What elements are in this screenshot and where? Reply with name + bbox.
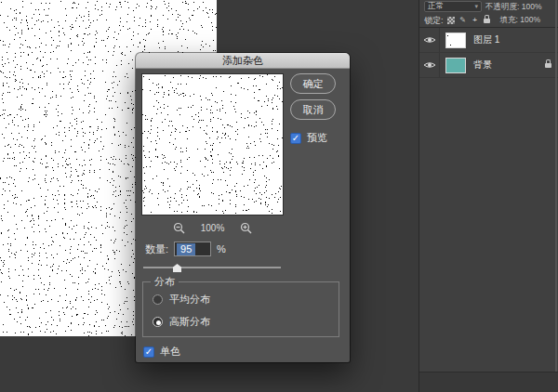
zoom-controls: 100% <box>141 220 284 235</box>
amount-slider-track[interactable] <box>143 267 281 268</box>
amount-input[interactable]: 95 <box>174 242 211 256</box>
layer-name[interactable]: 图层 1 <box>473 33 558 46</box>
blend-mode-value: 正常 <box>428 1 444 12</box>
ok-button[interactable]: 确定 <box>290 73 336 94</box>
preview-noise-image <box>142 74 283 215</box>
noise-preview[interactable] <box>141 73 284 216</box>
monochromatic-label: 单色 <box>160 345 180 359</box>
layer-name[interactable]: 背景 <box>473 59 545 72</box>
amount-unit: % <box>217 243 226 255</box>
distribution-group: 平均分布 高斯分布 <box>142 281 339 337</box>
amount-value: 95 <box>177 243 195 255</box>
fill-control[interactable]: 填充: 100% <box>500 15 541 26</box>
radio-selected-icon[interactable] <box>153 317 163 327</box>
amount-row: 数量: 95 % <box>145 242 226 256</box>
uniform-option[interactable]: 平均分布 <box>153 293 210 307</box>
layer-row-1[interactable]: 图层 1 <box>419 28 558 52</box>
lock-transparency-icon[interactable] <box>446 16 456 25</box>
fill-value: 100% <box>520 15 540 24</box>
cancel-button[interactable]: 取消 <box>290 99 336 120</box>
opacity-label: 不透明度: <box>485 2 519 11</box>
layer-thumbnail[interactable] <box>445 33 466 48</box>
add-noise-dialog: 添加杂色 100% 数量: 95 % <box>136 53 350 362</box>
radio-unselected-icon[interactable] <box>153 294 163 305</box>
layer-row-background[interactable]: 背景 <box>419 53 558 77</box>
panel-scrollbar[interactable] <box>555 0 557 372</box>
lock-row-label: 锁定: <box>424 15 444 27</box>
layer-lock-icon <box>545 60 551 70</box>
dialog-titlebar[interactable]: 添加杂色 <box>136 53 350 69</box>
zoom-in-icon <box>240 222 252 234</box>
opacity-value: 100% <box>522 2 542 11</box>
blend-mode-select[interactable]: 正常 ▾ <box>424 1 482 12</box>
ok-button-label: 确定 <box>303 77 324 91</box>
lock-icons: ✎ + <box>446 16 492 25</box>
zoom-level: 100% <box>201 223 225 233</box>
layers-lock-row: 锁定: ✎ + 填充: 100% <box>419 14 558 27</box>
eye-icon <box>423 60 436 70</box>
amount-slider-thumb[interactable] <box>173 264 181 272</box>
monochromatic-checkbox[interactable]: ✓ 单色 <box>143 345 180 359</box>
checkbox-checked-icon[interactable]: ✓ <box>143 346 154 358</box>
dialog-title: 添加杂色 <box>222 54 263 68</box>
lock-pixels-icon[interactable]: ✎ <box>458 16 468 25</box>
gaussian-label: 高斯分布 <box>169 315 210 329</box>
eye-icon <box>423 35 436 45</box>
lock-all-icon[interactable] <box>483 16 492 25</box>
zoom-out-button[interactable] <box>173 221 186 234</box>
lock-position-icon[interactable]: + <box>471 16 480 25</box>
chevron-down-icon: ▾ <box>474 3 478 10</box>
layer-thumbnail[interactable] <box>445 58 466 73</box>
uniform-label: 平均分布 <box>169 293 210 307</box>
noise-thumbnail-image <box>446 33 465 47</box>
visibility-toggle[interactable] <box>419 53 440 77</box>
gaussian-option[interactable]: 高斯分布 <box>153 315 210 329</box>
preview-label: 预览 <box>307 131 327 145</box>
visibility-toggle[interactable] <box>419 28 440 52</box>
row-divider <box>419 77 558 78</box>
zoom-in-button[interactable] <box>239 221 252 234</box>
opacity-control[interactable]: 不透明度: 100% <box>485 2 542 13</box>
distribution-label: 分布 <box>151 275 179 289</box>
panel-footer <box>419 372 558 392</box>
fill-label: 填充: <box>500 15 518 24</box>
zoom-out-icon <box>173 222 185 234</box>
preview-checkbox[interactable]: ✓ 预览 <box>290 131 327 145</box>
checkbox-checked-icon[interactable]: ✓ <box>290 133 301 144</box>
layers-panel: 正常 ▾ 不透明度: 100% 锁定: ✎ + 填充: 100% <box>418 0 558 392</box>
amount-label: 数量: <box>145 242 168 256</box>
cancel-button-label: 取消 <box>303 103 324 117</box>
layers-options-row: 正常 ▾ 不透明度: 100% <box>419 0 558 13</box>
